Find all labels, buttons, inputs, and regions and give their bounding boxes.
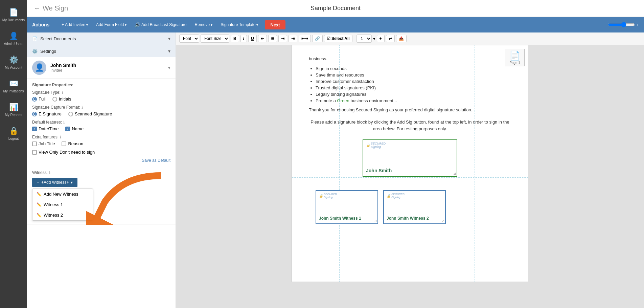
export-button[interactable]: 📤 <box>396 35 407 42</box>
info-icon: ℹ <box>82 105 83 110</box>
user-name: John Smith <box>50 63 76 68</box>
font-size-selector[interactable]: Font Size <box>201 35 229 43</box>
save-as-default-link[interactable]: Save as Default <box>32 158 170 163</box>
extra-features-label: Extra features: ℹ <box>32 135 170 139</box>
feature-name[interactable]: ✓ Name <box>65 126 84 131</box>
align-right-button[interactable]: ⇥ <box>278 35 287 42</box>
select-documents-header[interactable]: 📄 Select Documents ▾ <box>27 32 176 45</box>
extra-features-group: Job Title Reason <box>32 141 170 146</box>
settings-label: Settings <box>40 49 168 54</box>
documents-icon: 📄 <box>9 8 18 17</box>
document-area: 📄 Page 1 business. Sign in seconds Save … <box>176 45 644 308</box>
sidebar-item-my-account[interactable]: ⚙️ My Account <box>0 51 27 74</box>
page-number-area: 1 ▾ <box>356 35 375 43</box>
select-documents-label: Select Documents <box>40 36 168 41</box>
add-witness-button[interactable]: + +Add Witness+ ▾ <box>32 178 77 187</box>
sig-type-full[interactable]: Full <box>32 96 46 102</box>
thank-you-text: Thank you for choosing Secured Signing a… <box>309 107 511 114</box>
italic-button[interactable]: I <box>240 35 247 42</box>
page-thumb-label: Page 1 <box>507 61 523 65</box>
witness-1-block[interactable]: 🔒 SECUREDSigning John Smith Witness 1 ⊿ <box>316 190 378 224</box>
page-thumbnail[interactable]: 📄 Page 1 <box>505 49 525 66</box>
left-panel: 📄 Select Documents ▾ ⚙️ Settings ▾ 👤 Joh… <box>27 32 176 308</box>
sidebar-item-admin-users[interactable]: 👤 Admin Users <box>0 27 27 51</box>
feature-job-title[interactable]: Job Title <box>32 141 55 146</box>
next-button[interactable]: Next <box>265 20 285 29</box>
view-only-row: View Only Don't need to sign <box>32 150 170 155</box>
witness-2-block[interactable]: 🔒 SECUREDSigning John Smith Witness 2 ⊿ <box>383 190 446 224</box>
main-signature-block[interactable]: 🔒 SECUREDSigning John Smith ⊿ <box>363 139 457 177</box>
witness-2-item[interactable]: ✏️ Witness 2 <box>32 210 93 220</box>
capture-scanned[interactable]: Scanned Signature <box>68 111 112 116</box>
checkbox-datetime: ✓ <box>32 127 37 131</box>
account-icon: ⚙️ <box>9 56 18 64</box>
page-icon: 📄 <box>507 50 523 61</box>
select-all-button[interactable]: ☑ Select All <box>324 35 352 42</box>
dropdown-arrow-icon: ▾ <box>211 23 212 27</box>
resize-handle[interactable]: ⊿ <box>453 172 456 175</box>
dropdown-arrow-icon: ▾ <box>256 23 258 27</box>
feature-reason[interactable]: Reason <box>62 141 83 146</box>
green-text: Green <box>337 98 349 103</box>
feature-datetime[interactable]: ✓ Date/Time <box>32 126 59 131</box>
page-selector[interactable]: 1 <box>356 35 372 43</box>
list-item: Promote a Green business environment... <box>316 98 511 103</box>
add-broadcast-button[interactable]: 🔊 Add Broadcast Signature <box>132 21 189 29</box>
document-icon: 📄 <box>32 36 38 41</box>
witness2-logo: 🔒 SECUREDSigning <box>387 193 405 199</box>
split-button[interactable]: ⇌ <box>386 35 395 42</box>
zoom-minus-icon[interactable]: − <box>604 22 607 27</box>
info-icon: ℹ <box>63 120 65 125</box>
pencil-icon: ✏️ <box>37 213 42 218</box>
witness-section: Witness: ℹ + +Add Witness+ ▾ ✏️ Add Ne <box>27 167 176 224</box>
bold-button[interactable]: B <box>231 35 239 42</box>
topbar: ← We Sign Sample Document <box>27 0 644 17</box>
add-page-button[interactable]: + <box>377 35 385 42</box>
witness-2-name: John Smith Witness 2 <box>387 216 429 221</box>
underline-button[interactable]: U <box>248 35 257 42</box>
remove-button[interactable]: Remove ▾ <box>192 21 215 28</box>
view-only-checkbox[interactable]: View Only Don't need to sign <box>32 150 170 155</box>
sidebar-item-logout[interactable]: 🔒 Logout <box>0 122 27 146</box>
signature-template-button[interactable]: Signature Template ▾ <box>218 21 261 28</box>
link-button[interactable]: 🔗 <box>312 35 323 42</box>
font-selector[interactable]: Font <box>179 35 199 43</box>
align-center-button[interactable]: ≣ <box>268 35 277 42</box>
zoom-slider[interactable] <box>608 22 635 27</box>
extra-features-row: Extra features: ℹ Job Title Reason <box>32 135 170 146</box>
capture-esig[interactable]: E Signature <box>32 111 62 116</box>
user-info[interactable]: 👤 John Smith Invitee ▾ <box>27 57 176 79</box>
sidebar-item-my-invitations[interactable]: ✉️ My Invitations <box>0 74 27 98</box>
actions-bar: Actions + Add Invitee ▾ Add Form Field ▾… <box>27 17 644 32</box>
info-icon: ℹ <box>62 90 63 95</box>
invitations-icon: ✉️ <box>9 79 18 88</box>
capture-format-label: Signature Capture Format: ℹ <box>32 105 170 110</box>
witness1-logo: 🔒 SECUREDSigning <box>319 193 337 199</box>
dropdown-caret-icon: ▾ <box>71 180 73 185</box>
select-documents-section: 📄 Select Documents ▾ <box>27 32 176 45</box>
plus-icon: + <box>37 180 39 185</box>
settings-section: ⚙️ Settings ▾ 👤 John Smith Invitee ▾ Sig… <box>27 45 176 224</box>
editor-toolbar: Font Font Size B I U ⇤ ≣ ⇥ ⇥ ⇤⇥ 🔗 ☑ Sele… <box>176 32 644 45</box>
add-new-witness-item[interactable]: ✏️ Add New Witness <box>32 189 93 199</box>
capture-format-row: Signature Capture Format: ℹ E Signature … <box>32 105 170 116</box>
outdent-button[interactable]: ⇤⇥ <box>299 35 311 42</box>
witness-1-item[interactable]: ✏️ Witness 1 <box>32 199 93 210</box>
lock-icon: 🔒 <box>366 144 370 147</box>
indent-button[interactable]: ⇥ <box>289 35 297 42</box>
signature-properties: Signature Properties: Signature Type: ℹ … <box>27 79 176 167</box>
add-invitee-button[interactable]: + Add Invitee ▾ <box>59 21 91 28</box>
sidebar-item-my-documents[interactable]: 📄 My Documents <box>0 3 27 27</box>
resize-handle[interactable]: ⊿ <box>374 219 377 223</box>
default-features-group: ✓ Date/Time ✓ Name <box>32 126 170 131</box>
settings-header[interactable]: ⚙️ Settings ▾ <box>27 45 176 57</box>
sig-type-initials[interactable]: Initials <box>52 96 71 102</box>
sidebar-item-label: Logout <box>8 137 19 141</box>
back-button[interactable]: ← We Sign <box>34 4 70 12</box>
sidebar-item-my-reports[interactable]: 📊 My Reports <box>0 98 27 122</box>
resize-handle[interactable]: ⊿ <box>442 219 444 223</box>
align-left-button[interactable]: ⇤ <box>258 35 267 42</box>
chevron-down-icon: ▾ <box>168 36 170 41</box>
zoom-plus-icon[interactable]: + <box>636 22 639 27</box>
add-form-field-button[interactable]: Add Form Field ▾ <box>93 21 129 28</box>
